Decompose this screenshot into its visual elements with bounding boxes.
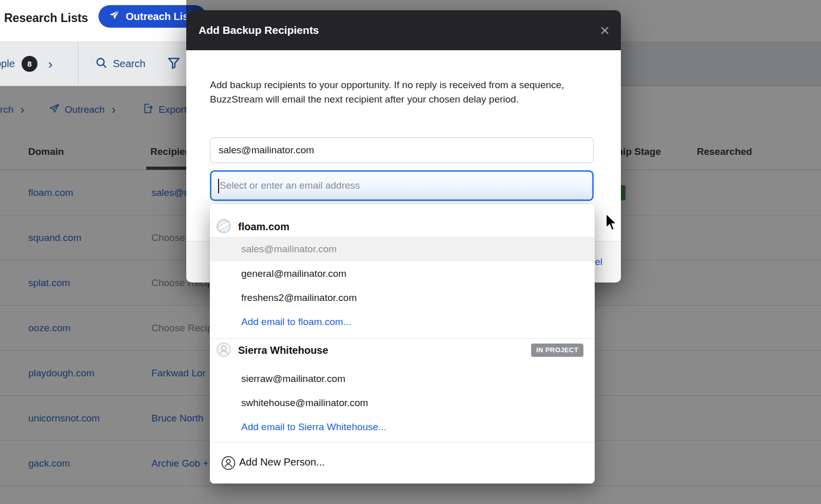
close-icon: × (600, 21, 610, 39)
filter-funnel-icon (167, 56, 181, 72)
modal-header: Add Backup Recipients × (186, 10, 621, 50)
tab-people[interactable]: ople 8 › (0, 42, 52, 86)
email-option[interactable]: swhitehouse@mailinator.com (210, 391, 595, 415)
backup-recipient-input-wrapper (210, 170, 594, 201)
search-label: Search (113, 58, 145, 70)
email-option[interactable]: sierraw@mailinator.com (210, 367, 595, 391)
page-title: Research Lists (4, 0, 88, 42)
add-email-to-person-link[interactable]: Add email to Sierra Whitehouse... (210, 415, 595, 439)
globe-icon (216, 218, 232, 236)
add-email-to-domain-link[interactable]: Add email to floam.com... (210, 310, 595, 334)
in-project-badge: IN PROJECT (531, 344, 583, 357)
tab-people-label: ople (0, 58, 15, 70)
search-icon (95, 56, 108, 71)
person-avatar-icon (216, 341, 232, 360)
close-button[interactable]: × (600, 10, 610, 50)
email-option[interactable]: freshens2@mailinator.com (210, 286, 595, 310)
text-caret (218, 179, 219, 193)
email-option[interactable]: general@mailinator.com (210, 261, 595, 286)
primary-recipient-input[interactable] (210, 137, 594, 163)
modal-description: Add backup recipients to your opportunit… (210, 78, 577, 107)
buzzstream-app: Research Lists Outreach List ople 8 › Se… (0, 0, 821, 504)
group-title-person: Sierra Whitehouse (238, 345, 328, 356)
filter-button[interactable] (167, 42, 181, 86)
tabbar-divider (78, 42, 79, 86)
modal-title: Add Backup Recipients (199, 10, 319, 50)
chevron-right-icon: › (48, 57, 53, 71)
add-new-person-option[interactable]: Add New Person... (210, 442, 595, 483)
add-person-icon (221, 455, 236, 473)
recipient-suggestions-dropdown: floam.com sales@mailinator.com general@m… (210, 204, 595, 483)
email-option-highlighted[interactable]: sales@mailinator.com (210, 237, 595, 261)
search-button[interactable]: Search (95, 42, 145, 86)
add-new-person-label: Add New Person... (239, 442, 325, 483)
outreach-button-label: Outreach List (126, 11, 192, 23)
people-count-badge: 8 (22, 56, 37, 72)
group-title-domain: floam.com (238, 221, 289, 233)
backup-recipient-input[interactable] (211, 172, 592, 199)
dropdown-group-domain: floam.com (210, 204, 595, 237)
send-icon (109, 10, 120, 24)
dropdown-group-person: Sierra Whitehouse IN PROJECT (210, 339, 595, 367)
